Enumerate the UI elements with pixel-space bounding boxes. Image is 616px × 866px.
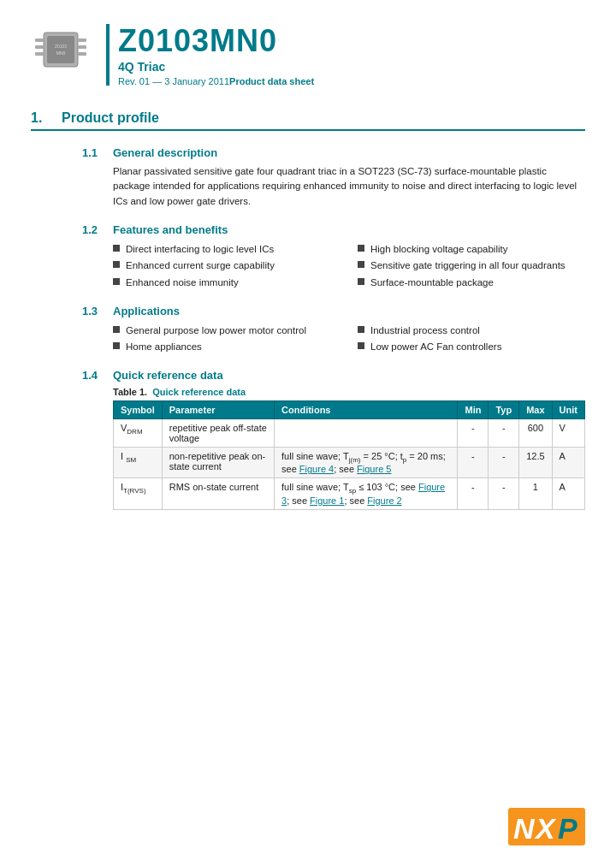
section-title: Product profile (62, 110, 159, 126)
feature-item: Enhanced noise immunity (113, 275, 341, 291)
subsection-features-number: 1.2 (82, 223, 113, 236)
feature-label: Enhanced noise immunity (126, 276, 239, 290)
feature-item: Enhanced current surge capability (113, 258, 341, 274)
svg-rect-2 (35, 39, 44, 42)
svg-text:N: N (513, 812, 536, 845)
cell-conditions (275, 419, 458, 448)
quick-reference-table: Symbol Parameter Conditions Min Typ Max … (113, 400, 585, 509)
cell-typ: - (489, 448, 519, 478)
cell-max: 1 (519, 478, 552, 509)
figure2-link[interactable]: Figure 2 (367, 495, 401, 506)
cell-symbol: VDRM (114, 419, 163, 448)
table-row: VDRM repetitive peak off-state voltage -… (114, 419, 585, 448)
cell-unit: V (552, 419, 584, 448)
app-label: Industrial process control (370, 323, 480, 338)
table-title: Quick reference data (150, 387, 246, 397)
app-item: Low power AC Fan controllers (358, 339, 585, 355)
subsection-applications-title: Applications (113, 305, 180, 317)
cell-typ: - (489, 419, 519, 448)
feature-label: High blocking voltage capability (370, 242, 507, 257)
col-min: Min (458, 401, 489, 419)
datasheet-label: Product data sheet (229, 76, 314, 86)
feature-label: Direct interfacing to logic level ICs (126, 242, 274, 257)
chip-icon: Z0103 MN0 (31, 24, 91, 75)
col-max: Max (519, 401, 552, 419)
feature-label: Surface-mountable package (370, 276, 494, 290)
subsection-applications-title-row: 1.3 Applications (82, 305, 585, 317)
feature-label: Enhanced current surge capability (126, 258, 275, 273)
app-item: Home appliances (113, 339, 341, 355)
bullet-icon (358, 278, 364, 285)
subsection-general-title: General description (113, 146, 217, 159)
svg-text:MN0: MN0 (56, 50, 66, 56)
svg-text:Z0103: Z0103 (55, 44, 67, 49)
figure1-link[interactable]: Figure 1 (310, 495, 344, 506)
svg-rect-1 (47, 36, 74, 63)
bullet-icon (358, 342, 364, 349)
header-text-block: Z0103MN0 4Q Triac Rev. 01 — 3 January 20… (106, 24, 585, 86)
figure3-link[interactable]: Figure 3 (281, 482, 445, 505)
svg-rect-5 (78, 39, 86, 42)
cell-min: - (458, 419, 489, 448)
figure4-link[interactable]: Figure 4 (299, 464, 334, 474)
nxp-logo-svg: N X P (508, 808, 585, 845)
col-typ: Typ (489, 401, 519, 419)
bullet-icon (113, 261, 120, 268)
apps-col2: Industrial process control Low power AC … (358, 323, 585, 356)
col-conditions: Conditions (275, 401, 458, 419)
col-parameter: Parameter (162, 401, 274, 419)
subsection-general-number: 1.1 (82, 146, 113, 159)
subsection-quickref-title: Quick reference data (113, 369, 223, 382)
features-grid: Direct interfacing to logic level ICs En… (113, 241, 585, 291)
svg-text:P: P (558, 812, 578, 845)
app-item: Industrial process control (358, 323, 585, 339)
product-type: 4Q Triac (118, 60, 314, 74)
table-row: I SM non-repetitive peak on-state curren… (114, 448, 585, 478)
app-label: Low power AC Fan controllers (370, 340, 501, 354)
feature-label: Sensitive gate triggering in all four qu… (370, 258, 566, 273)
section-title-row: 1. Product profile (31, 110, 585, 131)
cell-max: 12.5 (519, 448, 552, 478)
table-row: IT(RVS) RMS on-state current full sine w… (114, 478, 585, 509)
subsection-quickref-number: 1.4 (82, 369, 113, 382)
subsection-applications: 1.3 Applications General purpose low pow… (31, 305, 585, 356)
features-col1: Direct interfacing to logic level ICs En… (113, 241, 341, 291)
apps-col1: General purpose low power motor control … (113, 323, 341, 356)
table-label: Table 1. Quick reference data (113, 387, 585, 397)
cell-conditions: full sine wave; Tsp ≤ 103 °C; see Figure… (275, 478, 458, 509)
figure5-link[interactable]: Figure 5 (357, 464, 391, 474)
general-description-text: Planar passivated sensitive gate four qu… (113, 164, 585, 210)
app-label: Home appliances (126, 340, 202, 354)
col-symbol: Symbol (114, 401, 163, 419)
cell-parameter: repetitive peak off-state voltage (162, 419, 274, 448)
page-header: Z0103 MN0 Z0103MN0 4Q Triac Rev. 01 — 3 … (0, 0, 616, 95)
nxp-logo: N X P (508, 808, 585, 845)
cell-conditions: full sine wave; Tj(m) = 25 °C; tp = 20 m… (275, 448, 458, 478)
bullet-icon (113, 245, 120, 252)
cell-typ: - (489, 478, 519, 509)
section-number: 1. (31, 110, 51, 126)
app-item: General purpose low power motor control (113, 323, 341, 339)
cell-parameter: non-repetitive peak on-state current (162, 448, 274, 478)
col-unit: Unit (552, 401, 584, 419)
app-label: General purpose low power motor control (126, 323, 306, 338)
bullet-icon (113, 342, 120, 349)
bullet-icon (113, 326, 120, 333)
bullet-icon (358, 261, 364, 268)
feature-item: Direct interfacing to logic level ICs (113, 241, 341, 258)
cell-symbol: I SM (114, 448, 163, 478)
bullet-icon (358, 245, 364, 252)
subsection-general: 1.1 General description Planar passivate… (31, 146, 585, 210)
cell-symbol: IT(RVS) (114, 478, 163, 509)
svg-rect-3 (35, 45, 44, 49)
features-col2: High blocking voltage capability Sensiti… (358, 241, 585, 291)
applications-grid: General purpose low power motor control … (113, 323, 585, 356)
cell-unit: A (552, 478, 584, 509)
revision-text: Rev. 01 — 3 January 2011 (118, 76, 229, 86)
cell-min: - (458, 448, 489, 478)
feature-item: Sensitive gate triggering in all four qu… (358, 258, 585, 274)
subsection-quickref: 1.4 Quick reference data Table 1. Quick … (31, 369, 585, 509)
svg-rect-4 (35, 52, 44, 56)
feature-item: Surface-mountable package (358, 275, 585, 291)
subsection-features-title: Features and benefits (113, 223, 228, 236)
